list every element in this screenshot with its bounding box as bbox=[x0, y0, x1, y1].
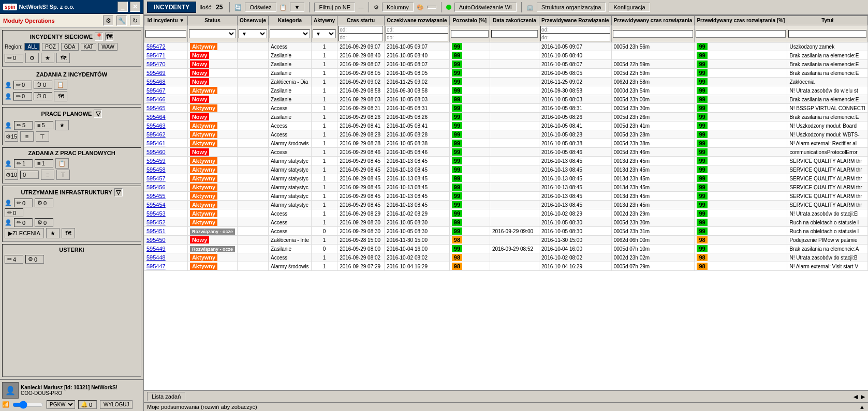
cell-id[interactable]: 595467 bbox=[144, 86, 188, 95]
minimize-btn[interactable]: _ bbox=[117, 2, 128, 12]
filter-category[interactable] bbox=[269, 25, 312, 42]
lista-zadan-btn[interactable]: Lista zadań bbox=[147, 392, 185, 401]
col-start[interactable]: Czas startu bbox=[337, 16, 385, 25]
table-row[interactable]: 595463 Aktywny Access 1 2016-09-29 08:41… bbox=[144, 121, 868, 130]
cell-id[interactable]: 595463 bbox=[144, 121, 188, 130]
autorefresh-btn[interactable]: AutoOdświeżanie WI bbox=[454, 3, 517, 12]
tools-icon[interactable]: 🔧 bbox=[116, 16, 127, 26]
cell-id[interactable]: 595458 bbox=[144, 165, 188, 174]
config-btn[interactable]: Konfiguracja bbox=[609, 3, 650, 12]
bottom-summary-bar[interactable]: Moje podsumowania (rozwiń aby zobaczyć) … bbox=[144, 402, 868, 411]
zadania-prac-detail-btn[interactable]: 📋 bbox=[55, 158, 69, 169]
filter-pred-res[interactable] bbox=[539, 25, 612, 42]
zlecenia-map-btn[interactable]: 🗺 bbox=[62, 228, 75, 238]
region-gda[interactable]: GDA bbox=[61, 43, 79, 51]
table-row[interactable]: 595455 Aktywny Alarmy statystyc 1 2016-0… bbox=[144, 192, 868, 201]
zadania-prac-filter-btn[interactable]: ⊤ bbox=[56, 170, 70, 180]
columns-btn[interactable]: Kolumny bbox=[382, 3, 414, 12]
filter-observes-select[interactable]: ▼ bbox=[239, 29, 267, 38]
prace-list-btn[interactable]: ≡ bbox=[20, 131, 34, 142]
view-btn[interactable]: ▼ bbox=[290, 3, 305, 12]
prace-settings-btn[interactable]: ⚙ 15 bbox=[5, 131, 18, 142]
cell-id[interactable]: 595461 bbox=[144, 139, 188, 148]
filter-end-date[interactable] bbox=[490, 25, 539, 42]
filter-status[interactable] bbox=[187, 25, 237, 42]
table-row[interactable]: 595471 Nowy Zasilanie 1 2016-09-29 08:40… bbox=[144, 51, 868, 60]
map-icon[interactable]: 🗺 bbox=[105, 33, 113, 41]
settings-icon[interactable]: ⚙ bbox=[103, 16, 113, 26]
region-kat[interactable]: KAT bbox=[81, 43, 97, 51]
cell-id[interactable]: 595462 bbox=[144, 130, 188, 139]
filter-active[interactable]: ▼ bbox=[312, 25, 337, 42]
cell-id[interactable]: 595452 bbox=[144, 218, 188, 227]
zadania-prac-settings-btn[interactable]: ⚙ 10 bbox=[5, 170, 18, 180]
cell-id[interactable]: 595464 bbox=[144, 113, 188, 121]
scroll-left-btn[interactable]: ◀ bbox=[854, 393, 858, 400]
cell-id[interactable]: 595453 bbox=[144, 209, 188, 218]
cell-id[interactable]: 595454 bbox=[144, 201, 188, 209]
region-waw[interactable]: WAW bbox=[98, 43, 117, 51]
table-row[interactable]: 595470 Nowy Zasilanie 1 2016-09-29 08:07… bbox=[144, 60, 868, 69]
cell-id[interactable]: 595456 bbox=[144, 183, 188, 192]
cell-id[interactable]: 595468 bbox=[144, 78, 188, 86]
table-row[interactable]: 595460 Nowy Access 1 2016-09-29 08:46 20… bbox=[144, 148, 868, 157]
table-row[interactable]: 595450 Nowy Zakłócenia - Inte 1 2016-09-… bbox=[144, 236, 868, 245]
incidents-table-container[interactable]: Id incydentu ▼ Status Obserwuje Kategori… bbox=[144, 16, 868, 390]
table-row[interactable]: 595451 Rozwiązany - ocze Access 0 2016-0… bbox=[144, 227, 868, 236]
volume-slider[interactable] bbox=[12, 401, 43, 409]
cell-id[interactable]: 595455 bbox=[144, 192, 188, 201]
filter-remaining[interactable] bbox=[449, 25, 490, 42]
filter-end-date-input[interactable] bbox=[491, 30, 538, 38]
zadania-map2-btn[interactable]: 🗺 bbox=[54, 91, 67, 101]
filter-active-select[interactable]: ▼ bbox=[313, 29, 336, 38]
cell-id[interactable]: 595471 bbox=[144, 51, 188, 60]
table-row[interactable]: 595459 Aktywny Alarmy statystyc 1 2016-0… bbox=[144, 157, 868, 165]
expand-icon[interactable]: ▲ bbox=[859, 404, 865, 410]
prace-expand-icon[interactable]: ▽ bbox=[94, 110, 102, 118]
region-poz[interactable]: POZ bbox=[42, 43, 59, 51]
table-row[interactable]: 595467 Aktywny Zasilanie 1 2016-09-29 08… bbox=[144, 86, 868, 95]
org-structure-btn[interactable]: Struktura organizacyjna bbox=[537, 3, 606, 12]
filter-pred-time[interactable] bbox=[611, 25, 695, 42]
table-row[interactable]: 595461 Aktywny Alarmy środowis 1 2016-09… bbox=[144, 139, 868, 148]
col-category[interactable]: Kategoria bbox=[269, 16, 312, 25]
close-btn[interactable]: ✕ bbox=[130, 2, 140, 12]
cell-id[interactable]: 595457 bbox=[144, 174, 188, 183]
table-row[interactable]: 595452 Aktywny Access 1 2016-09-29 08:30… bbox=[144, 218, 868, 227]
locate-icon[interactable]: 📍 bbox=[95, 33, 103, 41]
table-row[interactable]: 595472 Aktywny Access 1 2016-09-29 09:07… bbox=[144, 42, 868, 51]
zadania-prac-list-btn[interactable]: ≡ bbox=[41, 170, 54, 180]
cell-id[interactable]: 595472 bbox=[144, 42, 188, 51]
table-row[interactable]: 595454 Aktywny Alarmy statystyc 1 2016-0… bbox=[144, 201, 868, 209]
table-row[interactable]: 595458 Aktywny Alarmy statystyc 1 2016-0… bbox=[144, 165, 868, 174]
refresh-sidebar-icon[interactable]: ↻ bbox=[130, 16, 140, 26]
table-row[interactable]: 595468 Nowy Zakłócenia - Dia 1 2016-09-2… bbox=[144, 78, 868, 86]
filter-remaining-input[interactable] bbox=[451, 30, 489, 38]
filter-title-input[interactable] bbox=[788, 30, 866, 38]
col-predicted-pct[interactable]: Przewidywany czas rozwiązania [%] bbox=[695, 16, 787, 25]
filter-id[interactable] bbox=[144, 25, 188, 42]
cell-id[interactable]: 595459 bbox=[144, 157, 188, 165]
filter-expected-from[interactable] bbox=[386, 26, 448, 34]
col-end-date[interactable]: Data zakończenia bbox=[490, 16, 539, 25]
prace-star-btn[interactable]: ★ bbox=[55, 120, 69, 130]
table-row[interactable]: 595449 Rozwiązany - ocze Zasilanie 0 201… bbox=[144, 245, 868, 253]
cell-id[interactable]: 595447 bbox=[144, 262, 188, 271]
table-row[interactable]: 595456 Aktywny Alarmy statystyc 1 2016-0… bbox=[144, 183, 868, 192]
filter-category-select[interactable] bbox=[270, 29, 310, 38]
cell-id[interactable]: 595470 bbox=[144, 60, 188, 69]
wyloguj-btn[interactable]: WYLOGUJ bbox=[100, 400, 133, 409]
filter-start-from[interactable] bbox=[339, 26, 383, 34]
table-row[interactable]: 595469 Nowy Zasilanie 1 2016-09-29 08:05… bbox=[144, 69, 868, 78]
incydenty-star-btn[interactable]: ★ bbox=[41, 53, 54, 63]
prace-filter-btn[interactable]: ⊤ bbox=[36, 131, 49, 142]
pgkw-select[interactable]: PGKW bbox=[47, 400, 75, 409]
refresh-btn[interactable]: Odśwież bbox=[245, 3, 276, 12]
region-all[interactable]: ALL bbox=[24, 43, 40, 51]
paint-btn[interactable] bbox=[427, 6, 436, 9]
filter-id-input[interactable] bbox=[145, 30, 186, 38]
table-row[interactable]: 595457 Aktywny Alarmy statystyc 1 2016-0… bbox=[144, 174, 868, 183]
cell-id[interactable]: 595451 bbox=[144, 227, 188, 236]
zadania-detail-btn[interactable]: 📋 bbox=[54, 80, 67, 90]
cell-id[interactable]: 595466 bbox=[144, 95, 188, 104]
